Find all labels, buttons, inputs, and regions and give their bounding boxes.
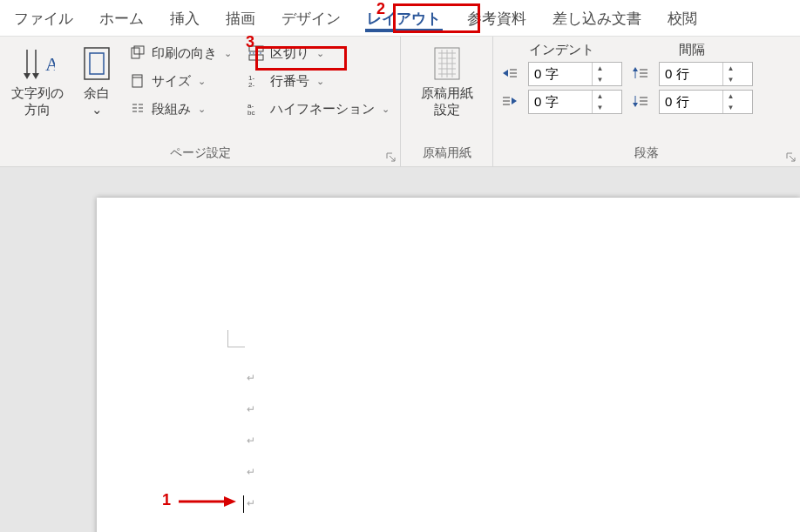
spacing-after-field[interactable]: ▲▼ bbox=[659, 90, 753, 114]
svg-marker-47 bbox=[633, 103, 638, 107]
svg-rect-6 bbox=[90, 53, 104, 74]
indent-heading: インデント bbox=[500, 42, 622, 58]
tab-file[interactable]: ファイル bbox=[5, 2, 82, 34]
paragraph-dialog-launcher[interactable] bbox=[784, 151, 797, 163]
margins-button[interactable]: 余白⌄ bbox=[73, 40, 120, 118]
svg-marker-3 bbox=[32, 73, 39, 79]
group-manuscript-label: 原稿用紙 bbox=[408, 144, 485, 165]
spacing-before-icon bbox=[631, 66, 650, 83]
chevron-down-icon: ⌄ bbox=[224, 48, 232, 59]
breaks-label: 区切り bbox=[270, 45, 309, 62]
group-manuscript: 原稿用紙 設定 原稿用紙 bbox=[401, 37, 493, 166]
group-paragraph-label: 段落 bbox=[500, 144, 793, 165]
chevron-down-icon: ⌄ bbox=[198, 76, 206, 87]
svg-text:bc: bc bbox=[247, 109, 254, 117]
svg-text:A: A bbox=[45, 53, 55, 75]
text-direction-label: 文字列の 方向 bbox=[11, 85, 64, 118]
spin-down[interactable]: ▼ bbox=[723, 74, 738, 85]
hyphenation-button[interactable]: a-bc ハイフネーション ⌄ bbox=[244, 98, 393, 120]
columns-icon bbox=[129, 100, 146, 118]
text-cursor bbox=[243, 495, 244, 513]
chevron-down-icon: ⌄ bbox=[316, 48, 324, 59]
tab-home[interactable]: ホーム bbox=[91, 2, 153, 34]
tab-mailings[interactable]: 差し込み文書 bbox=[544, 2, 650, 34]
svg-rect-7 bbox=[132, 48, 139, 58]
crop-mark-icon bbox=[227, 330, 245, 347]
size-label: サイズ bbox=[152, 73, 191, 90]
chevron-down-icon: ⌄ bbox=[382, 104, 390, 115]
chevron-down-icon: ⌄ bbox=[198, 104, 206, 115]
svg-marker-42 bbox=[512, 98, 517, 104]
svg-marker-33 bbox=[503, 70, 508, 77]
paragraph-mark-icon: ↵ bbox=[247, 372, 255, 384]
tab-draw[interactable]: 描画 bbox=[217, 2, 264, 34]
margins-icon bbox=[78, 42, 116, 85]
svg-text:2-: 2- bbox=[248, 81, 254, 89]
svg-rect-9 bbox=[132, 75, 142, 87]
line-numbers-label: 行番号 bbox=[270, 73, 309, 90]
paragraph-mark-icon: ↵ bbox=[247, 466, 255, 478]
breaks-button[interactable]: 区切り ⌄ bbox=[244, 42, 393, 64]
hyphenation-label: ハイフネーション bbox=[270, 101, 375, 118]
ribbon: A 文字列の 方向 余白⌄ bbox=[0, 37, 800, 167]
group-page-setup-label: ページ設定 bbox=[7, 144, 393, 165]
ribbon-tabstrip: ファイル ホーム 挿入 描画 デザイン レイアウト 参考資料 差し込み文書 校閲 bbox=[0, 0, 800, 37]
svg-marker-1 bbox=[24, 73, 31, 79]
orientation-icon bbox=[129, 44, 146, 62]
manuscript-icon bbox=[428, 42, 466, 85]
hyphenation-icon: a-bc bbox=[247, 100, 265, 118]
spin-up[interactable]: ▲ bbox=[723, 63, 738, 74]
line-numbers-icon: 1-2- bbox=[247, 72, 265, 90]
spacing-before-field[interactable]: ▲▼ bbox=[659, 62, 753, 86]
orientation-button[interactable]: 印刷の向き ⌄ bbox=[125, 42, 235, 64]
breaks-icon bbox=[247, 44, 265, 62]
tab-insert[interactable]: 挿入 bbox=[161, 2, 208, 34]
indent-right-field[interactable]: ▲▼ bbox=[528, 90, 622, 114]
size-button[interactable]: サイズ ⌄ bbox=[125, 70, 235, 92]
paragraph-mark-icon: ↵ bbox=[247, 403, 255, 415]
page-setup-dialog-launcher[interactable] bbox=[384, 151, 397, 163]
document-page[interactable]: ↵ ↵ ↵ ↵ ↵ bbox=[97, 198, 800, 532]
svg-rect-18 bbox=[249, 55, 263, 60]
tab-layout[interactable]: レイアウト bbox=[358, 2, 450, 34]
chevron-down-icon: ⌄ bbox=[316, 76, 324, 87]
spin-up[interactable]: ▲ bbox=[593, 63, 607, 74]
indent-right-icon bbox=[500, 94, 519, 111]
spacing-after-icon bbox=[631, 94, 650, 111]
columns-label: 段組み bbox=[152, 101, 191, 118]
line-numbers-button[interactable]: 1-2- 行番号 ⌄ bbox=[244, 70, 393, 92]
text-direction-icon: A bbox=[18, 42, 57, 85]
tab-design[interactable]: デザイン bbox=[273, 2, 349, 34]
margins-label: 余白⌄ bbox=[84, 85, 110, 118]
tab-references[interactable]: 参考資料 bbox=[458, 2, 535, 34]
spin-down[interactable]: ▼ bbox=[593, 74, 607, 85]
columns-button[interactable]: 段組み ⌄ bbox=[125, 98, 235, 120]
spin-down[interactable]: ▼ bbox=[593, 102, 607, 113]
orientation-label: 印刷の向き bbox=[152, 45, 217, 62]
spin-down[interactable]: ▼ bbox=[723, 102, 738, 113]
manuscript-button[interactable]: 原稿用紙 設定 bbox=[408, 40, 485, 118]
indent-left-icon bbox=[500, 66, 519, 83]
paragraph-mark-icon: ↵ bbox=[247, 434, 255, 447]
size-icon bbox=[129, 72, 146, 90]
paragraph-mark-icon: ↵ bbox=[247, 497, 255, 509]
spacing-heading: 間隔 bbox=[631, 42, 753, 58]
group-page-setup: A 文字列の 方向 余白⌄ bbox=[0, 37, 401, 166]
svg-marker-38 bbox=[633, 67, 638, 71]
spacing-after-input[interactable] bbox=[660, 95, 722, 110]
spin-up[interactable]: ▲ bbox=[593, 91, 607, 102]
tab-review[interactable]: 校閲 bbox=[659, 2, 706, 34]
text-direction-button[interactable]: A 文字列の 方向 bbox=[7, 40, 68, 118]
spacing-before-input[interactable] bbox=[660, 67, 722, 82]
svg-rect-17 bbox=[249, 46, 263, 51]
spin-up[interactable]: ▲ bbox=[723, 91, 738, 102]
indent-left-field[interactable]: ▲▼ bbox=[528, 62, 622, 86]
manuscript-label: 原稿用紙 設定 bbox=[421, 85, 473, 118]
group-paragraph: インデント 間隔 ▲▼ ▲▼ bbox=[493, 37, 800, 166]
indent-right-input[interactable] bbox=[529, 95, 592, 110]
document-canvas[interactable]: ↵ ↵ ↵ ↵ ↵ 1 bbox=[0, 167, 800, 532]
indent-left-input[interactable] bbox=[529, 67, 592, 82]
